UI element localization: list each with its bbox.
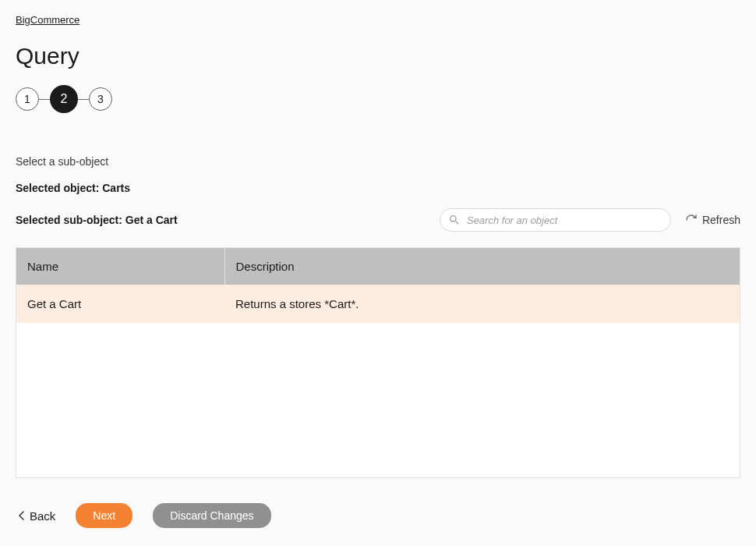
chevron-left-icon <box>19 511 25 520</box>
refresh-button[interactable]: Refresh <box>685 214 740 226</box>
next-button[interactable]: Next <box>76 503 132 528</box>
breadcrumb: BigCommerce <box>16 14 740 26</box>
step-2[interactable]: 2 <box>50 85 78 113</box>
refresh-icon <box>685 214 698 226</box>
refresh-label: Refresh <box>702 214 740 226</box>
breadcrumb-root-link[interactable]: BigCommerce <box>16 14 79 26</box>
step-connector <box>78 99 89 100</box>
selected-object-label: Selected object: Carts <box>16 182 740 194</box>
col-header-name[interactable]: Name <box>16 248 224 285</box>
sub-object-table: Name Description Get a Cart Returns a st… <box>16 247 740 478</box>
cell-description: Returns a stores *Cart*. <box>224 285 740 323</box>
step-3[interactable]: 3 <box>89 87 112 111</box>
instruction-text: Select a sub-object <box>16 155 740 168</box>
search-field-wrap <box>440 208 671 232</box>
step-1[interactable]: 1 <box>16 87 39 111</box>
selected-sub-object-label: Selected sub-object: Get a Cart <box>16 214 178 226</box>
back-button[interactable]: Back <box>19 509 55 523</box>
step-connector <box>39 99 50 100</box>
col-header-description[interactable]: Description <box>224 248 740 285</box>
page-title: Query <box>16 43 740 69</box>
discard-button[interactable]: Discard Changes <box>153 503 270 528</box>
stepper: 1 2 3 <box>16 85 740 113</box>
back-label: Back <box>30 509 55 523</box>
footer-actions: Back Next Discard Changes <box>16 503 740 528</box>
table-row[interactable]: Get a Cart Returns a stores *Cart*. <box>16 285 740 323</box>
search-input[interactable] <box>467 214 662 226</box>
search-icon <box>448 214 461 226</box>
cell-name: Get a Cart <box>16 285 224 323</box>
